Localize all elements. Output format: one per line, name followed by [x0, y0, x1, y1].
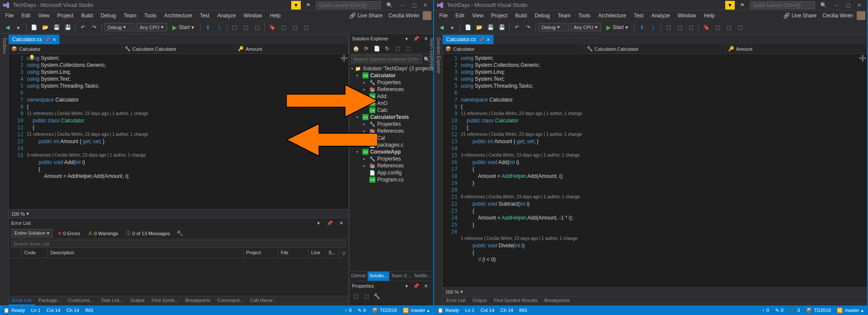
scope-dropdown[interactable]: Entire Solution ▾	[11, 229, 53, 237]
config-dropdown[interactable]: Debug ▾	[539, 23, 569, 31]
tb-icon-1[interactable]: ⬚	[230, 23, 239, 32]
btab-errorlist[interactable]: Error List	[9, 296, 35, 305]
pin-icon[interactable]: 📌	[411, 281, 421, 291]
btab-findsymbol[interactable]: Find Symb...	[148, 296, 182, 305]
btab-command[interactable]: Command...	[214, 296, 247, 305]
platform-dropdown[interactable]: Any CPU ▾	[137, 23, 167, 31]
nav-member[interactable]: 🔑 Amount	[235, 45, 349, 52]
user-name[interactable]: Cecilia Wirén	[386, 13, 422, 19]
user-name[interactable]: Cecilia Wirén	[820, 13, 856, 19]
nav-project[interactable]: 📦 Calculator	[9, 45, 122, 52]
build-filter-icon[interactable]: 🔨	[175, 229, 185, 238]
code-editor[interactable]: 1234567891011121314151617181920212223242…	[443, 54, 867, 287]
start-button[interactable]: ▶Start ▾	[169, 23, 197, 32]
btab-codelens[interactable]: CodeLens...	[65, 296, 97, 305]
quick-launch-input[interactable]	[750, 1, 815, 9]
prop-icon[interactable]: 🔧	[372, 292, 381, 301]
col-code[interactable]: Code	[22, 249, 48, 258]
menu-view[interactable]: View	[469, 12, 487, 20]
sidetab-toolbox[interactable]: Toolbox	[1, 34, 8, 305]
search-icon[interactable]: 🔍	[385, 0, 394, 10]
new-project-icon[interactable]: 📄	[29, 23, 39, 32]
prop-icon[interactable]: ⬚	[351, 292, 361, 301]
back-button[interactable]: ◀	[437, 23, 446, 32]
menu-build[interactable]: Build	[78, 12, 96, 20]
btab-errorlist[interactable]: Error List	[443, 296, 469, 305]
save-all-icon[interactable]: 💾	[63, 23, 72, 32]
btab-breakpoints[interactable]: Breakpoints	[182, 296, 214, 305]
save-icon[interactable]: 💾	[52, 23, 61, 32]
tb-icon[interactable]: ⬚	[675, 23, 684, 32]
menu-view[interactable]: View	[35, 12, 53, 20]
notification-icon[interactable]: ▼	[291, 1, 301, 10]
redo-icon[interactable]: ↷	[89, 23, 99, 32]
step-over-icon[interactable]: ⤵	[214, 23, 224, 32]
menu-edit[interactable]: Edit	[452, 12, 468, 20]
status-up[interactable]: ↑ 0	[345, 308, 352, 313]
sol-icon[interactable]: ⬚	[393, 44, 402, 53]
sbt-team[interactable]: Team E...	[389, 272, 413, 281]
col-icon[interactable]	[9, 249, 22, 258]
close-icon[interactable]: ✕	[336, 218, 346, 228]
add-icon[interactable]: ➕	[859, 55, 866, 62]
menu-debug[interactable]: Debug	[97, 12, 119, 20]
status-branch[interactable]: 🔀 master ▴	[403, 308, 430, 313]
menu-window[interactable]: Window	[240, 12, 266, 20]
nav-class[interactable]: 🔧 Calculator.Calculator	[122, 45, 235, 52]
menu-file[interactable]: File	[436, 12, 451, 20]
menu-help[interactable]: Help	[266, 12, 284, 20]
editor-tab-calculator[interactable]: Calculator.cs 📌 ✕	[443, 35, 493, 44]
tb-icon[interactable]: ⬚	[686, 23, 696, 32]
status-branch[interactable]: 🔀 master ▴	[837, 308, 864, 313]
avatar[interactable]	[423, 11, 431, 20]
tb-icon-6[interactable]: ⬚	[301, 23, 311, 32]
close-button[interactable]: ✕	[420, 1, 431, 10]
avatar[interactable]	[857, 11, 865, 20]
panel-menu-icon[interactable]: ▾	[402, 34, 411, 43]
zoom-control[interactable]: 100 % ▾	[443, 287, 867, 296]
liveshare-button[interactable]: 🔗 Live Share	[347, 13, 385, 19]
notification-icon[interactable]: ▼	[725, 1, 735, 10]
menu-edit[interactable]: Edit	[18, 12, 34, 20]
tb-icon-4[interactable]: ⬚	[279, 23, 288, 32]
sidetab-sql[interactable]: SQL Server Object Explorer	[0, 34, 1, 305]
step-into-icon[interactable]: ⬇	[637, 23, 647, 32]
menu-test[interactable]: Test	[197, 12, 213, 20]
status-repo[interactable]: 📦 TD2018	[806, 308, 831, 313]
close-button[interactable]: ✕	[854, 1, 865, 10]
menu-test[interactable]: Test	[631, 12, 647, 20]
tb-icon[interactable]: ⬚	[724, 23, 733, 32]
refresh-icon[interactable]: ↻	[382, 44, 392, 53]
bookmark-icon[interactable]: 🔖	[701, 23, 711, 32]
menu-project[interactable]: Project	[488, 12, 511, 20]
panel-menu-icon[interactable]: ▾	[314, 218, 323, 228]
menu-help[interactable]: Help	[700, 12, 718, 20]
btab-package[interactable]: Package...	[35, 296, 65, 305]
status-up[interactable]: ↑ 0	[762, 308, 769, 313]
quick-launch-input[interactable]	[316, 1, 381, 9]
save-all-icon[interactable]: 💾	[497, 23, 506, 32]
platform-dropdown[interactable]: Any CPU ▾	[571, 23, 601, 31]
sol-search-input[interactable]	[351, 55, 422, 63]
prop-icon[interactable]: ⬚	[362, 292, 371, 301]
nav-class[interactable]: 🔧 Calculator.Calculator	[584, 45, 726, 52]
editor-tab-calculator[interactable]: Calculator.cs 📌 ✕	[9, 35, 59, 44]
btab-breakpoints[interactable]: Breakpoints	[541, 296, 573, 305]
col-file[interactable]: File	[278, 249, 309, 258]
flag-icon[interactable]: ⚑	[304, 2, 312, 8]
redo-icon[interactable]: ↷	[523, 23, 533, 32]
sidetab-solution[interactable]: Solution Explorer	[435, 34, 442, 305]
btab-findsymbol[interactable]: Find Symbol Results	[490, 296, 541, 305]
home-icon[interactable]: 🏠	[351, 44, 361, 53]
close-icon[interactable]: ✕	[53, 37, 56, 42]
liveshare-button[interactable]: 🔗 Live Share	[781, 13, 819, 19]
sbt-solution[interactable]: Solutio...	[368, 272, 389, 281]
step-into-icon[interactable]: ⬇	[203, 23, 213, 32]
menu-architecture[interactable]: Architecture	[161, 12, 196, 20]
undo-icon[interactable]: ↶	[512, 23, 522, 32]
minimize-button[interactable]: ─	[832, 1, 842, 10]
menu-file[interactable]: File	[2, 12, 17, 20]
pin-icon[interactable]: 📌	[325, 218, 335, 228]
menu-window[interactable]: Window	[674, 12, 700, 20]
back-button[interactable]: ◀	[3, 23, 12, 32]
